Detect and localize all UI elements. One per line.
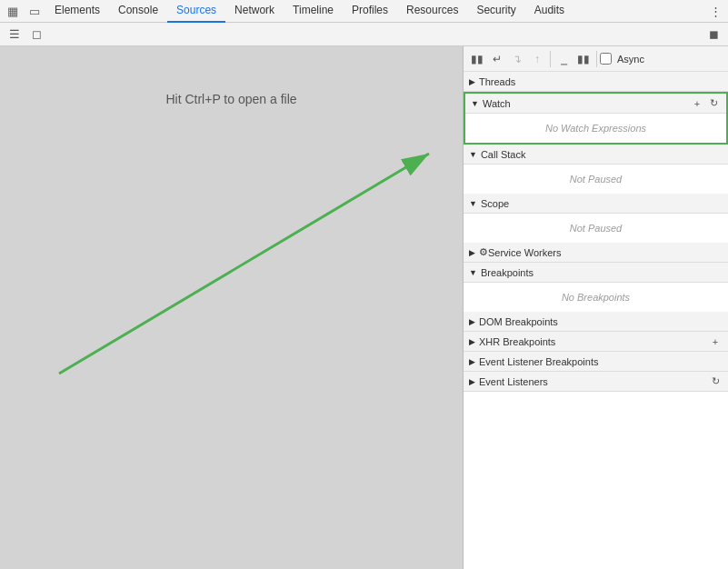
watch-empty-msg: No Watch Expressions (465, 117, 726, 139)
watch-content: No Watch Expressions (465, 114, 726, 143)
tab-security[interactable]: Security (467, 0, 524, 23)
scope-content: Not Paused (464, 214, 728, 243)
dom-breakpoints-section-header[interactable]: ▶ DOM Breakpoints (464, 312, 728, 332)
tab-network[interactable]: Network (225, 0, 284, 23)
call-stack-content: Not Paused (464, 165, 728, 194)
watch-actions: + ↻ (690, 96, 721, 111)
debug-toolbar: ▮▮ ↵ ↴ ↑ ⎯ ▮▮ Async (464, 46, 728, 72)
breakpoints-label: Breakpoints (481, 267, 723, 278)
scope-chevron-icon: ▼ (469, 199, 477, 208)
sw-chevron-icon: ▶ (469, 248, 475, 257)
step-out-btn[interactable]: ↑ (527, 49, 547, 69)
arrow-decoration (0, 46, 464, 569)
sources-toolbar: ☰ ◻ ◼ (0, 23, 728, 46)
dom-bp-chevron-icon: ▶ (469, 317, 475, 326)
watch-add-btn[interactable]: + (690, 96, 704, 111)
xhr-add-btn[interactable]: + (708, 334, 723, 349)
event-listeners-refresh-btn[interactable]: ↻ (708, 374, 723, 389)
open-file-hint: Hit Ctrl+P to open a file (165, 92, 296, 106)
event-listener-bp-section-header[interactable]: ▶ Event Listener Breakpoints (464, 352, 728, 372)
watch-chevron-icon: ▼ (471, 99, 479, 108)
event-listeners-section-header[interactable]: ▶ Event Listeners ↻ (464, 372, 728, 392)
toolbar-separator-1 (550, 51, 551, 67)
tab-resources[interactable]: Resources (397, 0, 467, 23)
call-stack-label: Call Stack (481, 149, 723, 160)
xhr-bp-label: XHR Breakpoints (479, 336, 708, 347)
tab-elements[interactable]: Elements (45, 0, 109, 23)
xhr-bp-chevron-icon: ▶ (469, 337, 475, 346)
tab-bar: ▦ ▭ Elements Console Sources Network Tim… (0, 0, 728, 23)
service-workers-section-header[interactable]: ▶ ⚙ Service Workers (464, 243, 728, 263)
dom-bp-label: DOM Breakpoints (479, 316, 723, 327)
breakpoints-content: No Breakpoints (464, 283, 728, 312)
scope-status: Not Paused (464, 217, 728, 239)
tab-audits[interactable]: Audits (525, 0, 573, 23)
deactivate-breakpoints-btn[interactable]: ⎯ (553, 49, 573, 69)
event-listener-bp-chevron-icon: ▶ (469, 357, 475, 366)
step-over-btn[interactable]: ↵ (487, 49, 507, 69)
call-stack-status: Not Paused (464, 168, 728, 190)
sources-sidebar-icon[interactable]: ☰ (4, 24, 25, 45)
right-panel: ▮▮ ↵ ↴ ↑ ⎯ ▮▮ Async ▶ Threads ▼ Watch + … (464, 46, 728, 569)
sw-label: Service Workers (488, 247, 723, 258)
svg-line-1 (59, 154, 429, 374)
event-listener-bp-label: Event Listener Breakpoints (479, 356, 723, 367)
tab-sources[interactable]: Sources (167, 0, 225, 23)
tab-console[interactable]: Console (109, 0, 167, 23)
inspect-icon[interactable]: ▦ (2, 0, 24, 22)
sw-gear-icon: ⚙ (479, 246, 488, 258)
threads-section-header[interactable]: ▶ Threads (464, 72, 728, 92)
watch-refresh-btn[interactable]: ↻ (706, 96, 721, 111)
async-checkbox[interactable] (600, 53, 612, 65)
scope-section-header[interactable]: ▼ Scope (464, 194, 728, 214)
sources-right-icon[interactable]: ◼ (703, 24, 724, 45)
main-layout: Hit Ctrl+P to open a file ▮▮ ↵ ↴ ↑ ⎯ ▮▮ … (0, 46, 728, 569)
device-icon[interactable]: ▭ (24, 0, 45, 22)
breakpoints-empty-msg: No Breakpoints (464, 286, 728, 308)
watch-section-header[interactable]: ▼ Watch + ↻ (465, 94, 726, 114)
watch-label: Watch (483, 98, 690, 109)
threads-chevron-icon: ▶ (469, 77, 475, 86)
tab-profiles[interactable]: Profiles (343, 0, 397, 23)
xhr-breakpoints-section-header[interactable]: ▶ XHR Breakpoints + (464, 332, 728, 352)
event-listeners-chevron-icon: ▶ (469, 377, 475, 386)
call-stack-section-header[interactable]: ▼ Call Stack (464, 145, 728, 165)
watch-section: ▼ Watch + ↻ No Watch Expressions (464, 92, 728, 145)
breakpoints-section-header[interactable]: ▼ Breakpoints (464, 263, 728, 283)
sources-new-icon[interactable]: ◻ (25, 24, 47, 45)
left-panel: Hit Ctrl+P to open a file (0, 46, 464, 569)
async-label: Async (617, 54, 644, 65)
toolbar-separator-2 (596, 51, 597, 67)
event-listeners-label: Event Listeners (479, 376, 708, 387)
call-stack-chevron-icon: ▼ (469, 150, 477, 159)
scope-label: Scope (481, 198, 723, 209)
pause-btn[interactable]: ▮▮ (467, 49, 487, 69)
step-into-btn[interactable]: ↴ (507, 49, 527, 69)
more-tabs-icon[interactable]: ⋮ (704, 0, 726, 22)
threads-label: Threads (479, 76, 723, 87)
tab-timeline[interactable]: Timeline (284, 0, 343, 23)
pause-on-exceptions-btn[interactable]: ▮▮ (573, 49, 593, 69)
breakpoints-chevron-icon: ▼ (469, 268, 477, 277)
